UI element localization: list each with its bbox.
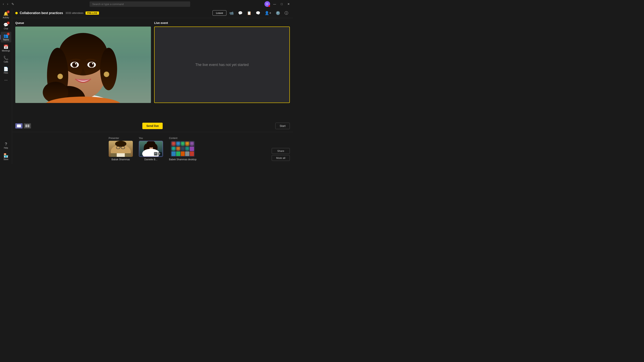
participant-card-you: You — [139, 137, 163, 161]
sidebar-item-chat[interactable]: 💬 1 Chat — [1, 21, 11, 31]
more-icon: ··· — [4, 78, 8, 82]
sidebar-item-calls[interactable]: 📞 Calls — [1, 54, 11, 64]
sidebar-item-help[interactable]: ? Help — [1, 140, 11, 151]
start-button[interactable]: Start — [275, 123, 290, 129]
share-button[interactable]: Share — [272, 148, 290, 154]
status-dot — [268, 5, 270, 7]
content-thumb-cell — [172, 142, 176, 146]
nav-forward-button[interactable]: › — [6, 1, 9, 7]
sidebar-item-label-activity: Activity — [3, 16, 9, 19]
chat-badge: 1 — [7, 21, 10, 24]
sidebar-bottom: ? Help 🏪 Store — [1, 140, 11, 164]
app-body: 🔔 2 Activity 💬 1 Chat 👥 1 Teams 📅 Meetin… — [0, 8, 293, 164]
split-left — [25, 124, 27, 127]
titlebar: ‹ › ✎ D — □ ✕ — [0, 0, 293, 8]
content-thumb-cell — [190, 142, 194, 146]
content-thumb-cell — [190, 147, 194, 151]
search-input[interactable] — [90, 1, 190, 7]
minimize-button[interactable]: — — [272, 1, 278, 6]
live-panel: Live event The live event has not yet st… — [154, 21, 290, 117]
sidebar-item-label-help: Help — [4, 147, 8, 149]
sidebar-item-files[interactable]: 📄 Files — [1, 65, 11, 76]
sidebar-item-store[interactable]: 🏪 Store — [1, 151, 11, 162]
content-thumb-grid — [171, 141, 195, 157]
content: Collaboration best practices 3333 attend… — [12, 8, 293, 164]
live-indicator — [15, 12, 18, 14]
sidebar-item-meetings[interactable]: 📅 Meetings — [1, 43, 11, 53]
stage: Queue — [12, 18, 293, 164]
content-thumb-cell — [181, 142, 185, 146]
layout-single-button[interactable] — [15, 123, 22, 128]
content-thumb-cell — [185, 142, 190, 146]
info-icon-button[interactable]: ⓘ — [283, 10, 290, 16]
layout-single-icon — [17, 124, 21, 127]
queue-panel: Queue — [15, 21, 151, 117]
controls-row: Send live Start — [12, 120, 293, 132]
compose-button[interactable]: ✎ — [10, 1, 15, 7]
event-header: Collaboration best practices 3333 attend… — [12, 8, 293, 18]
titlebar-search — [90, 1, 190, 7]
camera-icon-button[interactable]: 📹 — [228, 10, 235, 16]
presenter-video-feed — [15, 26, 151, 103]
you-mic-button[interactable]: 🎙 — [158, 152, 162, 156]
content-thumb-cell — [176, 151, 180, 156]
chat-icon-button[interactable]: 🗨️ — [254, 10, 262, 16]
settings-icon-button[interactable]: ⚙️ — [274, 10, 282, 16]
queue-video — [15, 26, 151, 103]
svg-point-19 — [58, 74, 62, 79]
you-video-button[interactable]: 📷 — [154, 152, 158, 156]
svg-point-20 — [104, 72, 109, 77]
sidebar-item-teams[interactable]: 👥 1 Teams — [1, 32, 11, 42]
leave-button[interactable]: Leave — [212, 10, 226, 16]
svg-rect-30 — [117, 153, 125, 157]
help-icon: ? — [5, 142, 7, 146]
titlebar-right: D — □ ✕ — [264, 1, 292, 7]
whiteboard-icon-button[interactable]: 📋 — [245, 10, 253, 16]
store-icon: 🏪 — [4, 153, 8, 158]
sidebar-item-more[interactable]: ··· — [1, 76, 11, 84]
presenter-face-svg — [15, 26, 151, 103]
content-thumb-cell — [181, 151, 185, 156]
avatar[interactable]: D — [264, 1, 270, 7]
babak-face-svg — [109, 141, 133, 157]
you-thumb[interactable]: 📷 🎙 — [139, 141, 163, 157]
sidebar-item-label-calls: Calls — [4, 61, 8, 63]
content-thumb[interactable] — [171, 141, 195, 157]
sidebar-item-label-store: Store — [4, 158, 8, 160]
calls-icon: 📞 — [4, 55, 8, 60]
layout-split-button[interactable] — [24, 123, 31, 128]
send-live-button[interactable]: Send live — [142, 123, 162, 129]
participants-row: Presenter — [12, 132, 293, 164]
teams-badge: 1 — [7, 32, 10, 35]
content-thumb-cell — [176, 142, 180, 146]
svg-point-28 — [115, 141, 126, 147]
sidebar-item-label-files: Files — [4, 72, 8, 74]
participants-icon-button[interactable]: 👤+ — [263, 10, 273, 16]
content-thumb-cell — [190, 151, 194, 156]
content-thumb-cell — [181, 147, 185, 151]
participant-card-content: Content Babek Shammas desktop — [169, 137, 196, 161]
files-icon: 📄 — [4, 66, 8, 71]
sidebar-item-activity[interactable]: 🔔 2 Activity — [1, 10, 11, 20]
content-thumb-cell — [172, 147, 176, 151]
teams-icon: 👥 1 — [4, 33, 8, 38]
maximize-button[interactable]: □ — [279, 1, 284, 6]
svg-point-8 — [100, 48, 117, 90]
presenter-video — [109, 141, 133, 157]
presenter-thumb[interactable] — [109, 141, 133, 157]
content-thumb-cell — [176, 147, 180, 151]
you-label: You — [139, 137, 143, 140]
content-label: Content — [169, 137, 178, 140]
transcript-icon-button[interactable]: 💬 — [236, 10, 244, 16]
meetings-icon: 📅 — [4, 44, 8, 49]
titlebar-nav: ‹ › ✎ — [2, 1, 15, 7]
nav-back-button[interactable]: ‹ — [2, 1, 5, 7]
presenter-name: Babak Shammas — [112, 158, 130, 161]
close-button[interactable]: ✕ — [286, 1, 292, 6]
stage-panels: Queue — [12, 18, 293, 120]
sidebar-item-label-chat: Chat — [4, 27, 8, 30]
mute-all-button[interactable]: Mute all — [272, 155, 290, 161]
pre-live-badge: PRE-LIVE — [86, 11, 99, 15]
header-right-actions: Leave 📹 💬 📋 🗨️ 👤+ ⚙️ ⓘ — [212, 10, 290, 16]
activity-badge: 2 — [7, 10, 10, 13]
